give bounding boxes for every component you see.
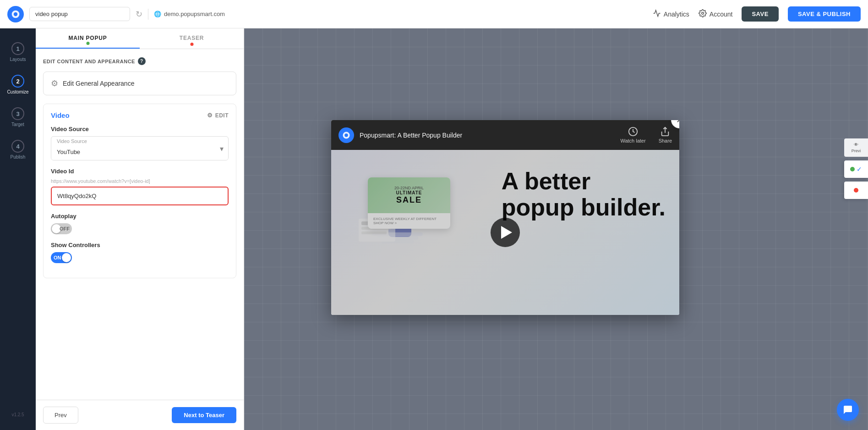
divider — [148, 9, 148, 20]
search-input[interactable]: video popup — [29, 7, 130, 21]
show-controllers-toggle[interactable]: ON — [51, 252, 72, 263]
share-button[interactable]: Share — [659, 127, 672, 143]
section-label: EDIT CONTENT AND APPEARANCE ? — [43, 57, 236, 65]
eye-icon: 👁 — [854, 142, 858, 147]
help-icon[interactable]: ? — [138, 57, 146, 65]
teaser-dot — [190, 43, 193, 46]
refresh-icon[interactable]: ↻ — [136, 9, 142, 19]
preview-side-panel: 👁 Previ ✓ — [844, 138, 868, 199]
analytics-nav[interactable]: Analytics — [653, 9, 689, 19]
topbar-right: Analytics Account SAVE SAVE & PUBLISH — [653, 6, 861, 22]
panel-bottom: Prev Next to Teaser — [36, 400, 244, 430]
settings-small-icon: ⚙ — [207, 112, 213, 119]
svg-point-2 — [702, 12, 704, 15]
video-section: Video ⚙ EDIT Video Source Video Source Y… — [43, 104, 236, 278]
video-id-input[interactable]: Wt8qyQdo2kQ — [51, 187, 229, 205]
video-section-header: Video ⚙ EDIT — [51, 111, 229, 119]
settings-icon: ⚙ — [51, 78, 58, 88]
video-source-group: Video Source Video Source YouTube ▾ — [51, 126, 229, 160]
edit-video-link[interactable]: ⚙ EDIT — [207, 112, 229, 119]
version-label: v1.2.5 — [11, 412, 24, 421]
preview-eye-button[interactable]: 👁 Previ — [844, 138, 868, 157]
autoplay-label: Autoplay — [51, 213, 229, 220]
green-dot — [850, 167, 855, 171]
account-nav[interactable]: Account — [699, 9, 733, 19]
video-id-hint: https://www.youtube.com/watch?v=[video-i… — [51, 178, 229, 184]
autoplay-toggle[interactable]: OFF — [51, 223, 72, 234]
nav-item-publish[interactable]: 4 Publish — [0, 135, 36, 164]
nav-label-publish: Publish — [11, 154, 26, 160]
panel-tabs: MAIN POPUP TEASER — [36, 28, 244, 49]
show-controllers-label: Show Controllers — [51, 242, 229, 248]
nav-label-target: Target — [11, 122, 24, 127]
popup-video-area: 20-22ND APRIL ULTIMATE SALE EXCLUSIVE WE… — [331, 150, 679, 315]
sidebar-panel: MAIN POPUP TEASER EDIT CONTENT AND APPEA… — [36, 28, 244, 430]
analytics-icon — [653, 9, 661, 19]
video-id-label: Video Id — [51, 168, 229, 175]
video-source-label: Video Source — [51, 126, 229, 132]
nav-number-2: 2 — [11, 75, 24, 88]
edit-general-appearance-button[interactable]: ⚙ Edit General Appearance — [43, 72, 236, 95]
toggle-off-label: OFF — [60, 226, 70, 232]
popup-header: Popupsmart: A Better Popup Builder Watch… — [331, 120, 679, 150]
nav-label-layouts: Layouts — [10, 57, 26, 62]
main-popup-dot — [86, 42, 89, 45]
video-id-group: Video Id https://www.youtube.com/watch?v… — [51, 168, 229, 205]
video-section-title: Video — [51, 111, 70, 119]
preview-indicator-green: ✓ — [844, 160, 868, 178]
save-button[interactable]: SAVE — [742, 6, 778, 22]
video-overlay — [331, 150, 679, 315]
show-controllers-group: Show Controllers ON — [51, 242, 229, 263]
save-publish-button[interactable]: SAVE & PUBLISH — [788, 6, 861, 22]
video-source-select[interactable]: YouTube — [51, 144, 228, 160]
tab-teaser[interactable]: TEASER — [140, 28, 244, 49]
show-controllers-toggle-row: ON — [51, 252, 229, 263]
nav-number-4: 4 — [11, 140, 24, 153]
autoplay-group: Autoplay OFF — [51, 213, 229, 234]
nav-item-customize[interactable]: 2 Customize — [0, 70, 36, 99]
nav-number-1: 1 — [11, 42, 24, 55]
nav-number-3: 3 — [11, 107, 24, 120]
svg-point-4 — [344, 133, 348, 137]
watch-later-button[interactable]: Watch later — [620, 127, 645, 143]
nav-label-customize: Customize — [7, 89, 28, 94]
nav-item-layouts[interactable]: 1 Layouts — [0, 38, 36, 66]
autoplay-toggle-row: OFF — [51, 223, 229, 234]
icon-nav: 1 Layouts 2 Customize 3 Target 4 Publish… — [0, 28, 36, 430]
video-source-select-wrapper: Video Source YouTube ▾ — [51, 136, 229, 160]
chat-bubble[interactable] — [837, 399, 859, 421]
svg-point-1 — [14, 12, 17, 16]
popup-preview: ✕ Popupsmart: A Better Popup Builder Wat… — [331, 120, 679, 315]
red-dot — [854, 188, 858, 193]
url-display: 🌐 demo.popupsmart.com — [154, 11, 225, 17]
next-to-teaser-button[interactable]: Next to Teaser — [172, 407, 236, 423]
checkmark-icon: ✓ — [857, 165, 862, 173]
prev-button[interactable]: Prev — [43, 407, 78, 424]
preview-indicator-red — [844, 182, 868, 199]
select-inner-label: Video Source — [51, 137, 228, 144]
main-layout: 1 Layouts 2 Customize 3 Target 4 Publish… — [0, 28, 868, 430]
panel-content: EDIT CONTENT AND APPEARANCE ? ⚙ Edit Gen… — [36, 49, 244, 400]
app-logo — [7, 6, 24, 22]
gear-icon — [699, 9, 707, 19]
nav-item-target[interactable]: 3 Target — [0, 103, 36, 132]
topbar: video popup ↻ 🌐 demo.popupsmart.com Anal… — [0, 0, 868, 28]
popup-channel-name: Popupsmart: A Better Popup Builder — [360, 132, 615, 139]
globe-icon: 🌐 — [154, 11, 161, 17]
canvas-area: ✕ Popupsmart: A Better Popup Builder Wat… — [244, 28, 868, 430]
play-button[interactable] — [491, 218, 520, 247]
tab-main-popup[interactable]: MAIN POPUP — [36, 28, 140, 49]
popup-logo — [338, 127, 354, 143]
toggle-on-label: ON — [54, 255, 61, 260]
toggle-knob-on — [62, 253, 71, 262]
